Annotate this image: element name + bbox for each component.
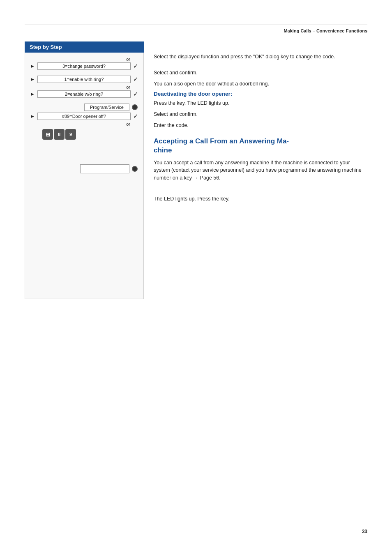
check-2: ✓	[133, 76, 138, 83]
step-button-2b: 2=enable w/o ring?	[37, 90, 131, 98]
arrow-1: ►	[30, 63, 35, 69]
right-column: Select the displayed function and press …	[154, 41, 367, 299]
desc4: Press the key. The LED lights up.	[154, 99, 367, 107]
key-hash: ⊞	[42, 129, 53, 140]
accepting-body: You can accept a call from any answering…	[154, 159, 367, 182]
check-4: ✓	[133, 113, 138, 120]
blank-key	[80, 164, 129, 173]
arrow-2b: ►	[30, 91, 35, 97]
step-button-1: 3=change password?	[37, 62, 131, 70]
arrow-4: ►	[30, 113, 35, 119]
step-by-step-box: Step by Step	[25, 41, 144, 53]
desc1: Select the displayed function and press …	[154, 53, 367, 61]
desc1-spacer: Select the displayed function and press …	[154, 53, 367, 61]
key-8: 8	[54, 129, 65, 140]
page: Making Calls – Convenience Functions Ste…	[0, 0, 392, 555]
main-content: Step by Step or ► 3=change password? ✓ ►	[25, 41, 367, 299]
desc2-spacer: Select and confirm.	[154, 69, 367, 77]
page-header: Making Calls – Convenience Functions	[25, 28, 367, 33]
desc3: You can also open the door without a doo…	[154, 80, 367, 88]
step-or-2: or	[30, 85, 138, 90]
step-row-2: ► 1=enable with ring? ✓	[30, 76, 138, 83]
check-1: ✓	[133, 62, 138, 70]
step-row-program: Program/Service	[30, 104, 138, 111]
step-or-1: or	[30, 57, 138, 62]
step-row-1: ► 3=change password? ✓	[30, 62, 138, 70]
step-or-4: or	[30, 122, 138, 127]
led-desc: The LED lights up. Press the key.	[154, 195, 367, 203]
step-button-4: #89=Door opener off?	[37, 113, 131, 120]
key-9: 9	[65, 129, 76, 140]
program-service-button: Program/Service	[84, 104, 129, 111]
step-by-step-label: Step by Step	[30, 44, 62, 50]
desc6: Enter the code.	[154, 122, 367, 129]
check-2b: ✓	[133, 90, 138, 98]
page-number: 33	[362, 529, 367, 534]
desc5: Select and confirm.	[154, 111, 367, 118]
arrow-2: ►	[30, 76, 35, 82]
led-circle-2	[132, 166, 138, 172]
left-column: Step by Step or ► 3=change password? ✓ ►	[25, 41, 144, 299]
step-row-4: ► #89=Door opener off? ✓	[30, 113, 138, 120]
deactivating-title: Deactivating the door opener:	[154, 91, 367, 97]
led-desc-spacer: The LED lights up. Press the key.	[154, 195, 367, 203]
deactivating-section: Deactivating the door opener: Press the …	[154, 91, 367, 129]
key-icons-row: ⊞ 8 9	[42, 129, 138, 140]
led-circle-1	[132, 104, 138, 110]
accepting-section: Accepting a Call From an Answering Ma- c…	[154, 137, 367, 203]
desc2: Select and confirm.	[154, 69, 367, 77]
step-area: or ► 3=change password? ✓ ► 1=enable wit…	[25, 53, 144, 299]
header-title: Making Calls – Convenience Functions	[284, 28, 367, 33]
top-rule	[25, 25, 367, 25]
step-button-2: 1=enable with ring?	[37, 76, 131, 83]
step-row-2b: ► 2=enable w/o ring? ✓	[30, 90, 138, 98]
accepting-section-title: Accepting a Call From an Answering Ma- c…	[154, 137, 367, 155]
blank-key-row	[30, 164, 138, 173]
